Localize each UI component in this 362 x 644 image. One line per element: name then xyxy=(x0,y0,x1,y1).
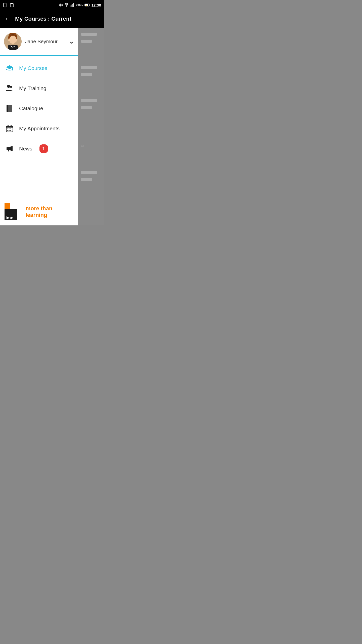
svg-point-23 xyxy=(10,86,12,88)
svg-rect-34 xyxy=(7,130,8,131)
bg-bar-2 xyxy=(81,40,92,43)
svg-rect-33 xyxy=(10,129,11,129)
sidebar-item-catalogue[interactable]: Catalogue xyxy=(0,98,78,118)
user-name: Jane Seymour xyxy=(25,39,65,45)
bg-bar-5 xyxy=(81,99,97,102)
bg-bar-1 xyxy=(81,33,97,36)
wifi-icon xyxy=(64,3,69,7)
back-button[interactable]: ← xyxy=(4,15,11,23)
svg-rect-13 xyxy=(89,5,90,6)
svg-point-6 xyxy=(66,6,67,7)
background-overlay-text: on xyxy=(81,143,85,148)
background-content: on xyxy=(78,28,104,225)
bg-bar-7 xyxy=(81,171,97,174)
svg-rect-29 xyxy=(8,125,9,127)
svg-rect-9 xyxy=(72,4,73,7)
catalogue-label: Catalogue xyxy=(19,105,43,111)
svg-rect-10 xyxy=(73,3,74,7)
my-courses-label: My Courses xyxy=(19,65,47,71)
svg-rect-18 xyxy=(8,45,18,50)
status-right-icons: 68% ⚡ 12:30 xyxy=(58,3,101,7)
clipboard-icon xyxy=(10,3,14,7)
graduation-cap-icon xyxy=(5,64,14,73)
status-left-icons xyxy=(3,3,14,7)
nav-list: My Courses My Training xyxy=(0,56,78,198)
news-badge: 1 xyxy=(39,144,48,153)
svg-point-17 xyxy=(9,36,16,44)
svg-rect-8 xyxy=(71,5,72,7)
svg-rect-35 xyxy=(9,130,10,131)
drawer: Jane Seymour ⌄ My Courses xyxy=(0,28,78,225)
mute-icon xyxy=(58,3,63,7)
status-bar: 68% ⚡ 12:30 xyxy=(0,0,104,10)
svg-rect-36 xyxy=(10,130,11,131)
bg-bar-3 xyxy=(81,66,97,69)
sidebar-item-my-training[interactable]: My Training xyxy=(0,78,78,98)
svg-point-20 xyxy=(15,39,17,42)
imc-logo: imc xyxy=(4,203,22,221)
tagline: more than learning xyxy=(26,205,74,218)
user-profile[interactable]: Jane Seymour ⌄ xyxy=(0,28,78,56)
svg-rect-31 xyxy=(7,129,8,129)
my-training-label: My Training xyxy=(19,85,47,91)
avatar xyxy=(4,33,22,50)
svg-rect-7 xyxy=(70,6,71,7)
megaphone-icon xyxy=(5,144,14,153)
svg-rect-21 xyxy=(12,69,13,70)
svg-rect-30 xyxy=(11,125,12,127)
header: ← My Courses : Current xyxy=(0,10,104,28)
battery-percentage: 68% xyxy=(76,3,83,7)
my-appointments-label: My Appointments xyxy=(19,126,60,132)
catalogue-icon xyxy=(5,104,14,113)
svg-text:⚡: ⚡ xyxy=(85,5,87,7)
bg-bar-8 xyxy=(81,178,92,181)
bg-bar-4 xyxy=(81,73,92,76)
page-title: My Courses : Current xyxy=(15,16,71,22)
signal-icon xyxy=(70,3,75,7)
sidebar-item-news[interactable]: News 1 xyxy=(0,139,78,159)
main-container: Jane Seymour ⌄ My Courses xyxy=(0,28,104,225)
svg-text:imc: imc xyxy=(6,215,13,220)
sidebar-item-my-courses[interactable]: My Courses xyxy=(0,58,78,78)
svg-rect-25 xyxy=(8,105,12,112)
svg-rect-32 xyxy=(9,129,10,129)
svg-rect-2 xyxy=(10,4,13,7)
sidebar-item-my-appointments[interactable]: My Appointments xyxy=(0,118,78,139)
status-time: 12:30 xyxy=(92,3,101,7)
svg-rect-3 xyxy=(11,3,13,4)
drawer-footer: imc more than learning xyxy=(0,198,78,225)
battery-icon: ⚡ xyxy=(84,4,90,7)
tablet-icon xyxy=(3,3,8,7)
svg-point-19 xyxy=(8,39,10,42)
profile-chevron-icon[interactable]: ⌄ xyxy=(69,38,74,45)
svg-rect-37 xyxy=(5,203,10,209)
svg-point-1 xyxy=(5,6,5,7)
training-icon xyxy=(5,84,14,93)
bg-bar-6 xyxy=(81,106,92,109)
svg-rect-28 xyxy=(7,128,13,132)
avatar-image xyxy=(4,33,22,50)
svg-point-22 xyxy=(7,85,10,88)
calendar-icon xyxy=(5,124,14,133)
news-label: News xyxy=(19,146,32,152)
